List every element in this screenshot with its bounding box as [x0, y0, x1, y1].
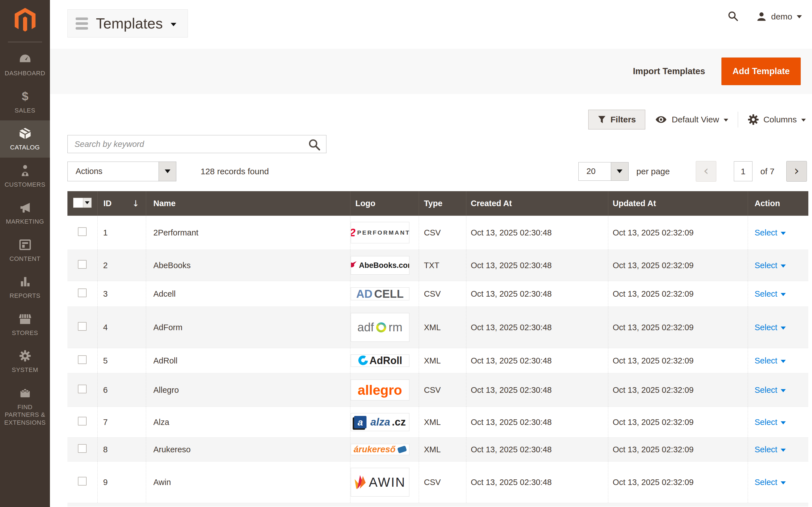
- logo-text: árukereső: [354, 444, 395, 455]
- search-submit-icon[interactable]: [307, 138, 322, 152]
- chevron-down-icon: [781, 265, 786, 268]
- column-header-updated-at[interactable]: Updated At: [608, 191, 748, 216]
- row-checkbox[interactable]: [78, 288, 87, 297]
- row-checkbox[interactable]: [78, 322, 87, 331]
- select-action-link[interactable]: Select: [755, 289, 786, 299]
- sidebar-item-content[interactable]: CONTENT: [0, 232, 50, 269]
- column-header-created-at[interactable]: Created At: [466, 191, 608, 216]
- sidebar-item-customers[interactable]: CUSTOMERS: [0, 158, 50, 195]
- select-action-link[interactable]: Select: [755, 323, 786, 332]
- cell-id: 5: [97, 348, 146, 373]
- column-header-name[interactable]: Name: [146, 191, 350, 216]
- select-action-link[interactable]: Select: [755, 261, 786, 270]
- main-content: Templates demo Import Templates Add Temp…: [50, 0, 812, 507]
- cell-id: 2: [97, 250, 146, 281]
- columns-dropdown[interactable]: Columns: [748, 114, 806, 125]
- cell-name: Arukereso: [146, 438, 350, 462]
- filters-button[interactable]: Filters: [588, 110, 645, 129]
- table-row: 9 Awin AWIN CSV Oct 13, 2025 02:30:48 Oc…: [67, 462, 808, 503]
- select-action-link[interactable]: Select: [755, 228, 786, 237]
- cell-type: CSV: [419, 216, 466, 250]
- sidebar-item-marketing[interactable]: MARKETING: [0, 194, 50, 232]
- flame-icon: [354, 474, 367, 490]
- column-header-id[interactable]: ID↓: [97, 191, 146, 216]
- chevron-down-icon: [171, 23, 176, 26]
- chevron-down-icon: [724, 119, 728, 121]
- brand-logo-arukereso: árukereső: [351, 444, 410, 455]
- select-action-link[interactable]: Select: [755, 386, 786, 395]
- sidebar-item-catalog[interactable]: CATALOG: [0, 120, 50, 158]
- row-checkbox[interactable]: [78, 260, 87, 269]
- table-row: 5 AdRoll AdRoll XML Oct 13, 2025 02:30:4…: [67, 348, 808, 373]
- cell-created-at: Oct 13, 2025 02:30:48: [466, 462, 608, 503]
- cell-created-at: Oct 13, 2025 02:30:48: [466, 438, 608, 462]
- page-title-menu[interactable]: Templates: [67, 9, 188, 38]
- default-view-dropdown[interactable]: Default View: [655, 115, 728, 124]
- sidebar-item-stores[interactable]: STORES: [0, 306, 50, 343]
- filter-icon: [598, 115, 606, 124]
- cell-updated-at: Oct 13, 2025 02:32:09: [608, 438, 748, 462]
- chevron-down-icon: [159, 162, 176, 181]
- row-checkbox[interactable]: [78, 385, 87, 393]
- user-icon: [756, 11, 767, 22]
- brand-logo-adform: adfrm: [351, 313, 410, 342]
- cell-id: 4: [97, 307, 146, 348]
- sidebar-divider: [8, 42, 42, 42]
- row-checkbox[interactable]: [78, 227, 87, 236]
- logo-text: .cz: [392, 416, 406, 428]
- row-checkbox[interactable]: [78, 355, 87, 364]
- column-header-action[interactable]: Action: [748, 191, 808, 216]
- select-all-dropdown[interactable]: [73, 198, 92, 208]
- actions-dropdown[interactable]: Actions: [67, 162, 176, 181]
- cell-type: XML: [419, 348, 466, 373]
- cell-created-at: Oct 13, 2025 02:30:48: [466, 307, 608, 348]
- row-checkbox[interactable]: [78, 417, 87, 426]
- sidebar-item-find[interactable]: FIND PARTNERS & EXTENSIONS: [0, 380, 50, 433]
- sidebar-item-system[interactable]: SYSTEM: [0, 343, 50, 380]
- sidebar-item-reports[interactable]: REPORTS: [0, 269, 50, 306]
- cell-id: 9: [97, 462, 146, 503]
- catalog-icon: [2, 127, 48, 142]
- chevron-left-icon: ‹: [703, 164, 708, 177]
- logo-text: adf: [358, 321, 374, 334]
- previous-page-button[interactable]: ‹: [696, 161, 716, 182]
- table-row: 8 Arukereso árukereső XML Oct 13, 2025 0…: [67, 438, 808, 462]
- table-row: 7 Alza aalza.cz XML Oct 13, 2025 02:30:4…: [67, 407, 808, 438]
- per-page-dropdown[interactable]: 20: [578, 162, 629, 181]
- column-header-logo[interactable]: Logo: [350, 191, 419, 216]
- page-number-input[interactable]: [734, 161, 753, 181]
- cell-type: XML: [419, 407, 466, 438]
- next-page-button[interactable]: ›: [786, 161, 807, 182]
- header-actions: demo: [727, 11, 802, 22]
- select-action-link[interactable]: Select: [755, 478, 786, 487]
- row-checkbox[interactable]: [78, 444, 87, 453]
- sidebar-item-dashboard[interactable]: DASHBOARD: [0, 46, 50, 83]
- logo-text: 2: [351, 227, 356, 239]
- keyword-search-row: [67, 135, 807, 153]
- brand-logo-abebooks: AbeBooks.com: [351, 256, 410, 275]
- brand-logo-adroll: AdRoll: [351, 354, 410, 367]
- row-checkbox[interactable]: [78, 477, 87, 486]
- grid-toolbar: Actions 128 records found 20 per page ‹ …: [67, 161, 807, 182]
- magento-logo[interactable]: [0, 0, 50, 40]
- search-input[interactable]: [68, 135, 326, 153]
- add-template-button[interactable]: Add Template: [721, 58, 801, 85]
- select-action-link[interactable]: Select: [755, 417, 786, 427]
- column-header-type[interactable]: Type: [419, 191, 466, 216]
- search-icon[interactable]: [727, 11, 738, 22]
- admin-user-menu[interactable]: demo: [756, 11, 802, 22]
- chevron-down-icon: [797, 15, 802, 18]
- table-row-partial: [67, 503, 808, 506]
- logo-text: AD: [356, 288, 372, 300]
- select-all-checkbox[interactable]: [73, 198, 83, 208]
- select-action-link[interactable]: Select: [755, 356, 786, 365]
- cell-updated-at: Oct 13, 2025 02:32:09: [608, 216, 748, 250]
- table-row: 4 AdForm adfrm XML Oct 13, 2025 02:30:48…: [67, 307, 808, 348]
- sidebar-item-sales[interactable]: $ SALES: [0, 83, 50, 121]
- select-action-link[interactable]: Select: [755, 445, 786, 454]
- import-templates-button[interactable]: Import Templates: [633, 66, 705, 76]
- cell-name: AdRoll: [146, 348, 350, 373]
- page-actions-bar: Import Templates Add Template: [50, 49, 812, 94]
- cell-type: XML: [419, 438, 466, 462]
- cell-name: AdForm: [146, 307, 350, 348]
